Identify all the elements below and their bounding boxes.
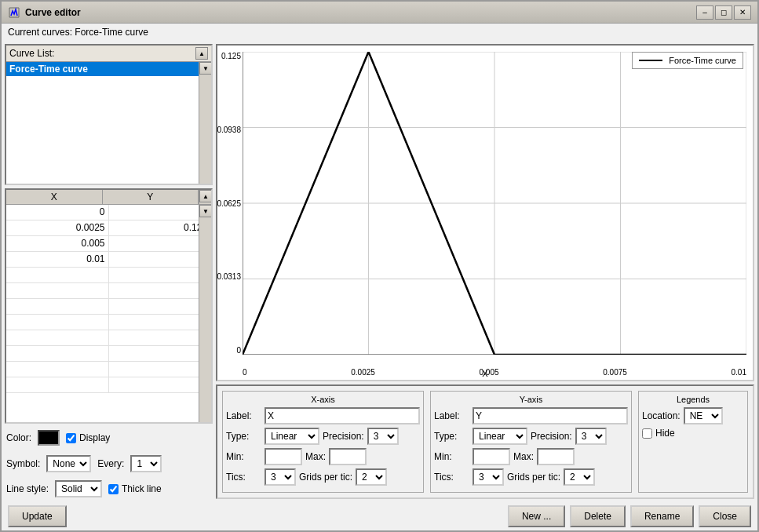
x-max-input[interactable] [329,448,367,465]
cell-y-2: 0 [109,236,212,251]
curve-list-scroll-down[interactable]: ▼ [199,62,211,75]
new-button[interactable]: New ... [508,505,565,527]
y-label-3: 0.0938 [217,126,243,134]
x-label-field-label: Label: [226,410,261,421]
window-title: Curve editor [25,7,81,18]
curve-list-scroll-up[interactable]: ▲ [195,47,208,60]
data-table: X Y ▲ 0 0 0.0025 0.125 [5,188,213,424]
symbol-select[interactable]: None [46,455,91,472]
table-row[interactable]: 0.005 0 [6,236,211,252]
chart-canvas [243,52,746,355]
main-content: Curve List: ▲ Force-Time curve ▼ X Y [2,41,757,502]
every-select[interactable]: 1 [130,455,162,472]
y-minmax-row: Min: Max: [434,448,628,465]
thick-line-checkbox[interactable] [108,484,119,494]
bottom-bar: Update New ... Delete Rename Close [2,502,757,530]
y-max-label: Max: [513,451,534,462]
y-min-input[interactable] [473,448,510,465]
table-row[interactable] [6,268,211,283]
table-row[interactable] [6,283,211,299]
y-max-input[interactable] [537,448,575,465]
x-axis-group: X-axis Label: Type: Linear Log Precision… [222,391,424,493]
line-style-select[interactable]: Solid [55,480,102,497]
x-label-0: 0 [243,368,247,377]
y-label-field-label: Label: [434,410,469,421]
x-precision-select[interactable]: 3 1 2 4 [367,428,399,445]
cell-y-1: 0.125 [109,220,212,235]
display-checkbox-label: Display [66,432,110,443]
delete-button[interactable]: Delete [570,505,626,527]
curve-list-header: Curve List: ▲ [6,46,211,62]
color-label: Color: [6,432,31,443]
left-panel: Curve List: ▲ Force-Time curve ▼ X Y [5,44,213,499]
hide-checkbox[interactable] [642,428,652,439]
maximize-button[interactable]: ◻ [715,5,732,20]
symbol-row: Symbol: None Every: 1 [5,452,213,476]
x-min-label: Min: [226,451,261,462]
y-precision-select[interactable]: 3 1 2 4 [575,428,607,445]
location-select[interactable]: NE NW SE SW [684,407,723,425]
right-panel: 0.125 0.0938 0.0625 0.0313 0 0 0.0025 0.… [216,44,754,499]
color-symbol-row: Color: Display [5,427,213,449]
x-precision-label: Precision: [323,431,364,442]
x-grids-label: Grids per tic: [299,472,352,483]
data-table-body: 0 0 0.0025 0.125 0.005 0 0.01 0 [6,205,211,422]
y-label-0: 0 [236,346,243,355]
update-button[interactable]: Update [8,505,67,527]
y-grids-label: Grids per tic: [507,472,560,483]
hide-label: Hide [655,428,675,439]
table-scroll-top: ▲ [199,190,211,204]
minimize-button[interactable]: – [696,5,713,20]
current-curves-label: Current curves: Force-Time curve [2,24,757,41]
y-type-row: Type: Linear Log Precision: 3 1 2 4 [434,428,628,445]
thick-line-label: Thick line [108,483,162,494]
x-axis-title-label: X-axis [226,395,420,404]
table-scrollbar: ▼ [199,205,211,422]
y-label-input[interactable] [473,407,628,425]
curve-list-item[interactable]: Force-Time curve [6,62,211,76]
cell-x-0: 0 [6,205,109,220]
title-buttons: – ◻ ✕ [696,5,751,20]
x-label-input[interactable] [265,407,420,425]
x-tics-select[interactable]: 3 2 4 5 [265,468,296,486]
y-label-1: 0.0313 [217,272,243,281]
y-axis-title-label: Y-axis [434,395,628,404]
chart-area: 0.125 0.0938 0.0625 0.0313 0 0 0.0025 0.… [216,44,754,381]
settings-panel: X-axis Label: Type: Linear Log Precision… [216,384,754,499]
table-scroll-bottom[interactable]: ▼ [199,205,211,217]
cell-x-3: 0.01 [6,252,109,267]
y-type-label: Type: [434,431,469,442]
y-type-select[interactable]: Linear Log [473,428,527,445]
x-tics-row: Tics: 3 2 4 5 Grids per tic: 2 1 3 4 [226,468,420,486]
y-tics-label: Tics: [434,472,469,483]
x-axis-labels: 0 0.0025 0.005 0.0075 0.01 [243,368,746,377]
y-tics-select[interactable]: 3 2 4 5 [473,468,504,486]
x-min-input[interactable] [265,448,302,465]
curve-list-label: Curve List: [9,48,54,59]
col-header-y: Y [103,190,199,204]
table-row[interactable] [6,330,211,346]
table-row[interactable] [6,299,211,315]
display-checkbox[interactable] [66,433,76,443]
x-label-3: 0.0075 [603,368,627,377]
table-row[interactable] [6,377,211,393]
table-row[interactable] [6,362,211,377]
rename-button[interactable]: Rename [630,505,694,527]
close-window-button[interactable]: ✕ [734,5,751,20]
y-grids-select[interactable]: 2 1 3 4 [564,468,595,486]
table-row[interactable]: 0.0025 0.125 [6,220,211,236]
table-scroll-up[interactable]: ▲ [199,190,212,202]
symbol-label: Symbol: [6,458,40,469]
right-buttons: New ... Delete Rename Close [508,505,751,527]
table-row[interactable] [6,315,211,330]
every-label: Every: [97,458,124,469]
table-row[interactable] [6,346,211,362]
chart-inner [243,52,746,355]
close-button[interactable]: Close [699,505,751,527]
color-picker[interactable] [38,430,60,446]
curve-list-scrollbar: ▼ [199,62,211,184]
table-row[interactable]: 0.01 0 [6,252,211,268]
table-row[interactable]: 0 0 [6,205,211,220]
x-type-select[interactable]: Linear Log [265,428,319,445]
x-grids-select[interactable]: 2 1 3 4 [356,468,387,486]
